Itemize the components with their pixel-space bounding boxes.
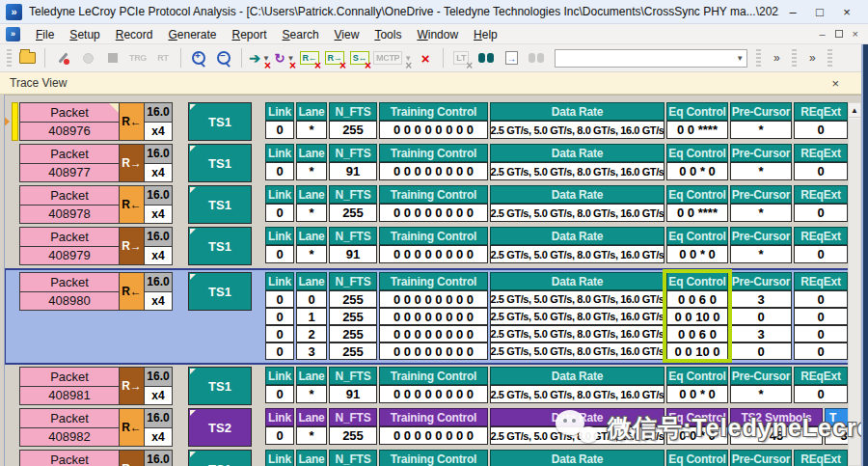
cell-value[interactable]: 0 0 0 0 0 0 0 0	[379, 308, 488, 325]
cell-value[interactable]: 2.5 GT/s, 5.0 GT/s, 8.0 GT/s, 16.0 GT/s	[490, 121, 665, 139]
zoom-out-button[interactable]: −	[212, 46, 235, 69]
cell-value[interactable]: 0	[730, 343, 792, 360]
speed-cell[interactable]: 16.0x4	[144, 227, 173, 265]
cell-value[interactable]: 0	[730, 308, 792, 325]
cell-value[interactable]: 0	[265, 325, 294, 343]
realtime-button[interactable]: RT	[151, 46, 175, 69]
cell-value[interactable]: *	[730, 385, 792, 403]
ts-type-cell[interactable]: TS1	[188, 367, 252, 405]
cell-value[interactable]: 0 0 10 0	[666, 343, 728, 360]
mctp-filter-button[interactable]: MCTP×▼	[373, 46, 412, 69]
packet-id-group[interactable]: Packet408979R→16.0x4	[19, 227, 173, 265]
cell-value[interactable]: 0 0 0 0 0 0 0 0	[379, 385, 488, 403]
cell-value[interactable]: *	[296, 385, 327, 403]
direction-cell[interactable]: R←	[119, 185, 145, 224]
cell-value[interactable]: *	[296, 121, 327, 139]
cell-value[interactable]: 255	[329, 308, 377, 325]
cell-value[interactable]: 2.5 GT/s, 5.0 GT/s, 8.0 GT/s, 16.0 GT/s	[490, 385, 665, 403]
menu-item-report[interactable]: Report	[224, 26, 274, 43]
speed-cell[interactable]: 16.0x4	[144, 144, 173, 182]
cell-value[interactable]: 0 0 0 0 0 0 0 0	[379, 426, 488, 445]
packet-cell[interactable]: Packet408981	[19, 367, 120, 405]
search-combo-input[interactable]	[556, 51, 733, 66]
ts-type-cell[interactable]: TS1	[188, 450, 252, 466]
find-button[interactable]	[475, 46, 498, 69]
cell-value[interactable]: 2	[296, 325, 327, 343]
menu-item-generate[interactable]: Generate	[160, 26, 224, 43]
packet-row-408979[interactable]: Packet408979R→16.0x4TS1LinkLaneN_FTSTrai…	[19, 227, 868, 265]
cell-value[interactable]: 0	[296, 290, 327, 308]
ts-type-cell[interactable]: TS2	[188, 408, 252, 447]
packet-cell[interactable]: Packet408979	[19, 227, 120, 265]
cell-value[interactable]: 2.5 GT/s, 5.0 GT/s, 8.0 GT/s, 16.0 GT/s	[490, 325, 665, 343]
ltssm-filter-button[interactable]: LT×	[449, 46, 473, 69]
cell-value[interactable]: 255	[329, 290, 377, 308]
packet-cell[interactable]: Packet408978	[19, 185, 120, 224]
ts-type-cell[interactable]: TS1	[188, 272, 252, 311]
bookmark-strip[interactable]	[12, 102, 18, 141]
cell-value[interactable]: 0 0 0 0 0 0 0 0	[379, 121, 488, 139]
speed-cell[interactable]: 16.0x4	[144, 367, 173, 405]
packet-cell[interactable]: Packet408976	[19, 102, 120, 141]
cell-value[interactable]: 255	[329, 204, 377, 222]
cell-value[interactable]: *	[296, 204, 327, 222]
search-combo[interactable]: ▼	[555, 49, 747, 68]
cell-value[interactable]: 0	[265, 343, 294, 360]
packet-id-group[interactable]: Packet408977R→16.0x4	[19, 144, 173, 182]
maximize-button[interactable]: □	[806, 5, 833, 19]
close-button[interactable]: ×	[833, 5, 860, 19]
recording-options-button[interactable]	[51, 46, 74, 69]
minimize-button[interactable]: –	[779, 5, 806, 19]
menu-item-search[interactable]: Search	[275, 26, 327, 43]
cell-value[interactable]: 0 0 0 0 0 0 0 0	[379, 245, 488, 263]
close-icon[interactable]: ×	[831, 76, 839, 91]
cell-value[interactable]: 0	[794, 308, 848, 325]
cell-value[interactable]: 2.5 GT/s, 5.0 GT/s, 8.0 GT/s, 16.0 GT/s	[490, 204, 665, 222]
trigger-button[interactable]: TRG	[126, 46, 149, 69]
speed-cell[interactable]: 16.0x4	[144, 450, 173, 466]
cell-value[interactable]: 0	[265, 308, 294, 325]
record-button[interactable]	[76, 46, 99, 69]
cell-value[interactable]: 0	[265, 385, 294, 403]
cell-value[interactable]: 0	[265, 204, 294, 222]
direction-cell[interactable]: R→	[119, 227, 145, 265]
downstream-filter-button[interactable]: R→×	[323, 46, 346, 69]
menu-item-tools[interactable]: Tools	[366, 26, 409, 43]
cell-value[interactable]: 0	[794, 162, 848, 180]
scroll-up-icon[interactable]: ▲	[849, 103, 860, 118]
packet-row-408980[interactable]: Packet408980R←16.0x4TS1LinkLaneN_FTSTrai…	[4, 268, 868, 365]
goto-button[interactable]: →	[500, 46, 523, 69]
direction-cell[interactable]: R→	[119, 144, 145, 182]
cell-value[interactable]: 0	[265, 245, 294, 263]
menu-item-file[interactable]: File	[28, 26, 62, 43]
cell-value[interactable]: 255	[329, 343, 377, 360]
cell-value[interactable]: 0 0 0 0 0 0 0 0	[379, 325, 488, 343]
cell-value[interactable]: 0	[265, 290, 294, 308]
stop-button[interactable]	[101, 46, 124, 69]
packet-row-408981[interactable]: Packet408981R→16.0x4TS1LinkLaneN_FTSTrai…	[19, 367, 868, 405]
cell-value[interactable]: 0	[794, 290, 848, 308]
ts-type-cell[interactable]: TS1	[188, 144, 252, 182]
cell-value[interactable]: 0 0 0 0 0 0 0 0	[379, 290, 488, 308]
speed-cell[interactable]: 16.0x4	[144, 272, 173, 311]
direction-cell[interactable]: R→	[119, 367, 145, 405]
cell-value[interactable]: *	[296, 426, 327, 445]
mdi-restore-button[interactable]	[835, 30, 843, 38]
menu-item-window[interactable]: Window	[409, 26, 466, 43]
mdi-close-button[interactable]: ×	[853, 28, 858, 40]
cell-value[interactable]: 0 0 0 0 0 0 0 0	[379, 162, 488, 180]
overflow-button-2[interactable]: »	[800, 46, 824, 69]
menu-item-help[interactable]: Help	[466, 26, 505, 43]
cell-value[interactable]: 91	[329, 162, 377, 180]
packet-row-408978[interactable]: Packet408978R←16.0x4TS1LinkLaneN_FTSTrai…	[19, 185, 868, 224]
cell-value[interactable]: 0 0 ****	[666, 204, 728, 222]
direction-cell[interactable]: R→	[119, 450, 145, 466]
packet-id-group[interactable]: Packet408982R←16.0x4	[19, 408, 173, 447]
speed-cell[interactable]: 16.0x4	[144, 102, 173, 141]
cell-value[interactable]: *	[296, 162, 327, 180]
cell-value[interactable]: 0 0 ****	[666, 121, 728, 139]
direction-cell[interactable]: R←	[119, 408, 145, 447]
refilter-button[interactable]: ↻×▼	[273, 46, 296, 69]
cell-value[interactable]: 0	[265, 426, 294, 445]
toolbar-grip[interactable]	[792, 49, 797, 67]
